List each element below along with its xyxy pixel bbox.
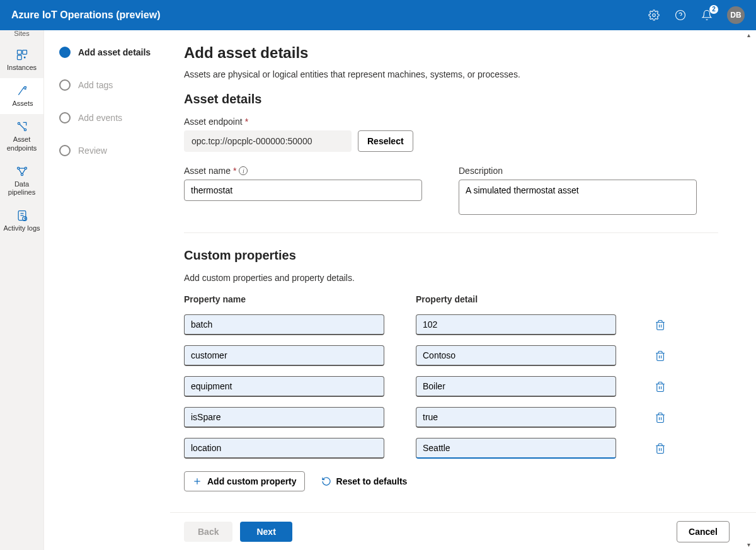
svg-point-0 [653, 14, 656, 17]
svg-point-1 [676, 11, 685, 20]
page-title: Add asset details [184, 44, 718, 62]
delete-property-button[interactable] [648, 378, 673, 396]
delete-property-button[interactable] [648, 409, 673, 427]
svg-rect-5 [17, 55, 21, 60]
section-asset-details: Asset details [184, 92, 718, 106]
step-dot-icon [59, 112, 71, 123]
sidebar-item-label: Data pipelines [3, 180, 41, 197]
step-dot-icon [59, 47, 71, 58]
settings-icon[interactable] [648, 9, 660, 21]
topbar: Azure IoT Operations (preview) 2 DB [0, 0, 756, 30]
col-header-property-name: Property name [184, 294, 384, 304]
wizard-step-review[interactable]: Review [59, 145, 170, 156]
reselect-button[interactable]: Reselect [358, 130, 413, 152]
svg-point-10 [25, 167, 26, 169]
svg-rect-3 [17, 50, 21, 55]
content: Add asset details Assets are physical or… [170, 30, 756, 512]
refresh-icon [321, 476, 331, 486]
sidebar-item-label: Assets [12, 100, 33, 108]
section-custom-properties: Custom properties [184, 248, 718, 263]
wizard-nav: Add asset details Add tags Add events Re… [44, 30, 170, 550]
wizard-step-label: Add events [78, 113, 122, 123]
property-name-input[interactable] [184, 314, 384, 335]
label-description: Description [459, 166, 697, 176]
help-icon[interactable] [674, 9, 687, 21]
property-name-input[interactable] [184, 376, 384, 397]
wizard-step-add-events[interactable]: Add events [59, 112, 170, 123]
col-header-property-detail: Property detail [416, 294, 616, 304]
custom-props-description: Add custom properties and property detai… [184, 273, 718, 283]
svg-point-9 [17, 167, 19, 169]
svg-point-7 [18, 123, 20, 125]
label-asset-name: Asset name * i [184, 166, 422, 176]
delete-property-button[interactable] [648, 316, 673, 334]
footer: Back Next Cancel [170, 512, 756, 550]
required-marker: * [233, 166, 236, 176]
sidebar-item-instances[interactable]: Instances [0, 42, 43, 78]
sidebar-item-label: Asset endpoints [3, 135, 41, 152]
main: ▴ ▾ Add asset details Add tags Add event… [43, 30, 756, 550]
step-dot-icon [59, 79, 71, 91]
divider [184, 232, 718, 233]
step-dot-icon [59, 145, 71, 156]
sidebar-truncated-label: Sites [14, 30, 29, 37]
required-marker: * [245, 117, 248, 127]
avatar[interactable]: DB [727, 6, 745, 24]
back-button: Back [184, 522, 232, 542]
delete-property-button[interactable] [648, 347, 673, 365]
property-detail-input[interactable] [416, 407, 616, 428]
wizard-step-label: Add tags [78, 80, 113, 90]
page-description: Assets are physical or logical entities … [184, 69, 718, 79]
delete-property-button[interactable] [648, 440, 673, 457]
property-detail-input[interactable] [416, 345, 616, 366]
wizard-step-label: Review [78, 146, 107, 156]
svg-point-8 [24, 129, 26, 131]
label-asset-endpoint: Asset endpoint * [184, 117, 718, 127]
notification-count-badge: 2 [709, 5, 718, 14]
sidebar-item-activity-logs[interactable]: Activity logs [0, 203, 43, 239]
scroll-up-indicator: ▴ [747, 32, 755, 39]
property-name-input[interactable] [184, 407, 384, 428]
sidebar-item-asset-endpoints[interactable]: Asset endpoints [0, 114, 43, 158]
property-name-input[interactable] [184, 345, 384, 366]
info-icon[interactable]: i [239, 166, 248, 175]
sidebar-item-label: Activity logs [3, 224, 40, 232]
property-detail-input[interactable] [416, 438, 616, 459]
next-button[interactable]: Next [240, 522, 292, 542]
wizard-step-label: Add asset details [78, 47, 151, 57]
notifications-icon[interactable]: 2 [701, 9, 713, 21]
cancel-button[interactable]: Cancel [677, 521, 730, 542]
wizard-step-asset-details[interactable]: Add asset details [59, 47, 170, 58]
add-custom-property-button[interactable]: Add custom property [184, 471, 305, 491]
svg-point-6 [24, 57, 25, 58]
wizard-step-add-tags[interactable]: Add tags [59, 79, 170, 91]
svg-point-11 [21, 173, 23, 175]
property-detail-input[interactable] [416, 314, 616, 335]
plus-icon [192, 476, 202, 486]
reset-defaults-button[interactable]: Reset to defaults [314, 471, 415, 491]
custom-properties-table: Property name Property detail [184, 294, 718, 459]
property-name-input[interactable] [184, 438, 384, 459]
app-title: Azure IoT Operations (preview) [11, 9, 160, 21]
sidebar-item-assets[interactable]: Assets [0, 78, 43, 114]
svg-rect-4 [22, 50, 26, 55]
sidebar-item-label: Instances [7, 64, 37, 72]
property-detail-input[interactable] [416, 376, 616, 397]
topbar-actions: 2 DB [648, 6, 745, 24]
sidebar-item-data-pipelines[interactable]: Data pipelines [0, 159, 43, 203]
asset-endpoint-input [184, 130, 352, 152]
sidebar: Sites Instances Assets Asset endpoints D… [0, 30, 43, 550]
scroll-down-indicator: ▾ [747, 541, 755, 549]
asset-name-input[interactable] [184, 180, 422, 201]
description-input[interactable]: A simulated thermostat asset [459, 180, 697, 215]
